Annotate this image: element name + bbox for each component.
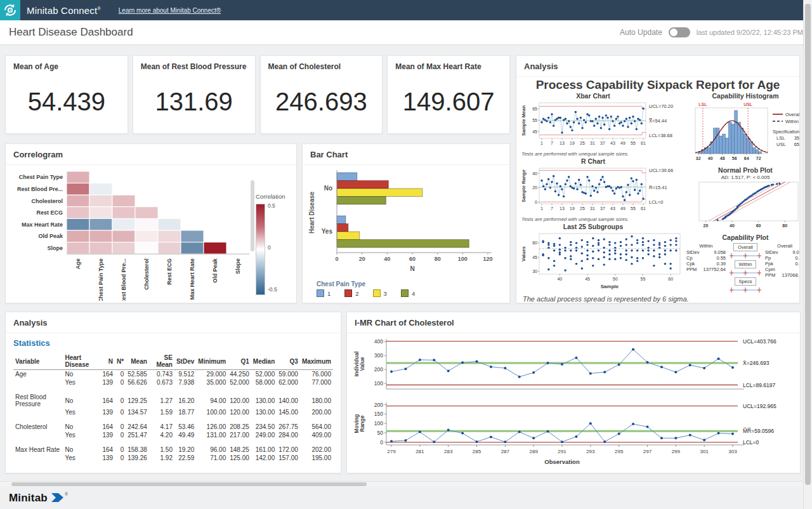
kpi-card-mean-cholesterol: Mean of Cholesterol 246.693 (260, 55, 383, 134)
svg-text:13: 13 (560, 206, 565, 211)
svg-text:200: 200 (374, 366, 383, 373)
svg-text:80: 80 (435, 256, 441, 262)
svg-text:61: 61 (641, 141, 646, 145)
svg-text:283: 283 (444, 449, 453, 454)
svg-text:45: 45 (532, 255, 537, 260)
kpi-value: 246.693 (268, 88, 375, 116)
correlogram-scrollbar[interactable] (251, 180, 254, 251)
svg-text:LCL=0: LCL=0 (743, 439, 759, 446)
minitab-footer-logo: Minitab (9, 492, 48, 505)
kpi-value: 149.607 (395, 88, 502, 116)
svg-text:65: 65 (794, 142, 799, 147)
table-row: Rest Blood PressureNo1640129.251.2716.20… (13, 387, 333, 408)
svg-text:UCL=39.66: UCL=39.66 (649, 168, 673, 173)
capability-plot-title: Capability Plot (686, 234, 800, 242)
h-scroll-thumb[interactable] (11, 482, 367, 486)
xbar-note: Tests are performed with unequal sample … (520, 151, 686, 157)
svg-text:31: 31 (590, 141, 595, 145)
table-row: Yes1390139.261.9222.5971.00125.00142.001… (13, 454, 333, 462)
auto-update-toggle[interactable] (669, 27, 690, 37)
capability-plot: WithinStDev9.058Cp0.55Cpk0.39PPM137752.6… (686, 243, 800, 294)
svg-text:LCL=89.6197: LCL=89.6197 (743, 382, 776, 388)
svg-text:M̅R̅=59.0596: M̅R̅=59.0596 (743, 428, 774, 434)
svg-text:Heart Disease: Heart Disease (308, 191, 315, 234)
v-scroll-thumb[interactable] (805, 4, 811, 485)
svg-text:20: 20 (359, 256, 365, 262)
svg-text:40: 40 (532, 171, 537, 176)
vertical-scrollbar[interactable] (803, 0, 812, 509)
svg-text:0: 0 (535, 200, 537, 204)
svg-text:UCL=403.766: UCL=403.766 (743, 338, 776, 345)
svg-text:Slope: Slope (47, 245, 63, 251)
individual-value-chart: 100200300400IndividualValueUCL=403.766X̄… (351, 336, 795, 397)
svg-text:285: 285 (473, 449, 481, 454)
colorbar-gradient (256, 204, 265, 295)
svg-text:100: 100 (458, 256, 468, 262)
sixpack-title: Process Capability Sixpack Report for Ag… (520, 78, 796, 92)
footer-reg-mark: ® (65, 492, 68, 496)
statistics-subtitle: Statistics (13, 338, 333, 348)
normal-prob-plot-subtitle: AD: 1.517, P: < 0.005 (686, 175, 800, 180)
sixpack-analysis-panel: Analysis Process Capability Sixpack Repo… (516, 55, 800, 303)
svg-text:LSL: LSL (776, 135, 785, 141)
kpi-card-mean-rest-bp: Mean of Rest Blood Pressure 131.69 (133, 55, 256, 134)
toggle-knob (670, 29, 678, 36)
table-row: Yes1390134.571.5918.77100.00120.00130.00… (13, 408, 333, 416)
r-note: Tests are performed with unequal sample … (520, 216, 686, 223)
svg-text:150: 150 (374, 411, 383, 417)
svg-text:100: 100 (374, 380, 383, 387)
svg-text:295: 295 (615, 449, 624, 454)
svg-text:Cholesterol: Cholesterol (31, 198, 63, 204)
learn-more-link[interactable]: Learn more about Minitab Connect® (119, 7, 221, 14)
table-row: Yes139056.6260.6737.93835.00052.00058.00… (13, 378, 333, 387)
svg-text:200: 200 (374, 402, 383, 408)
svg-text:48: 48 (720, 156, 725, 161)
svg-text:UCL=70.20: UCL=70.20 (649, 103, 673, 109)
svg-text:Sample Range: Sample Range (521, 169, 527, 202)
panel-title: Bar Chart (303, 144, 509, 165)
auto-update-label: Auto Update (620, 28, 662, 37)
normal-prob-plot-title: Normal Prob Plot (686, 166, 800, 175)
correlogram-heatmap: Chest Pain TypeRest Blood Pre...Choleste… (8, 166, 251, 301)
svg-text:35: 35 (794, 135, 799, 141)
svg-text:USL: USL (743, 102, 753, 107)
svg-text:297: 297 (643, 449, 652, 454)
footer: Minitab ® (0, 487, 812, 505)
svg-text:55: 55 (631, 206, 636, 211)
r-chart-title: R Chart (520, 157, 666, 166)
legend-title: Chest Pain Type (317, 281, 504, 288)
panel-title: Analysis (516, 56, 799, 77)
svg-text:49: 49 (620, 141, 625, 145)
svg-text:64: 64 (744, 156, 749, 161)
table-row: CholesterolNo1640242.644.1753.46126.0020… (13, 416, 333, 431)
kpi-value: 54.439 (13, 88, 120, 116)
kpi-label: Mean of Cholesterol (268, 62, 375, 71)
kpi-label: Mean of Max Heart Rate (395, 62, 502, 71)
svg-text:USL: USL (776, 142, 786, 147)
normal-prob-plot: 20406080 (686, 180, 800, 231)
svg-text:60: 60 (532, 241, 537, 245)
svg-text:Observation: Observation (544, 458, 580, 465)
svg-text:20: 20 (532, 185, 537, 190)
svg-text:55: 55 (631, 141, 636, 145)
horizontal-scrollbar[interactable] (0, 481, 812, 487)
svg-text:Rest ECG: Rest ECG (166, 258, 173, 285)
svg-text:40: 40 (557, 277, 562, 281)
svg-text:55: 55 (532, 118, 537, 122)
statistics-analysis-panel: Analysis Statistics VariableHeart Diseas… (5, 312, 341, 473)
svg-text:N: N (410, 265, 414, 272)
svg-text:56: 56 (732, 156, 737, 161)
svg-text:Old Peak: Old Peak (212, 258, 218, 283)
correlogram-panel: Correlogram Chest Pain TypeRest Blood Pr… (5, 143, 297, 303)
svg-text:Sample Mean: Sample Mean (521, 105, 527, 136)
panel-title: I-MR Chart of Cholesterol (347, 312, 800, 333)
svg-text:UCL=192.965: UCL=192.965 (743, 403, 776, 409)
colorbar-title: Correlation (256, 193, 292, 200)
r-chart: 0204017131925313743495561Sample RangeUCL… (520, 166, 686, 214)
xbar-chart-title: Xbar Chart (520, 92, 666, 100)
svg-text:LCL=0: LCL=0 (649, 199, 663, 205)
svg-text:72: 72 (756, 156, 761, 161)
panel-title: Correlogram (6, 144, 296, 165)
svg-text:Values: Values (521, 246, 527, 261)
page-title: Heart Disease Dashboard (9, 26, 620, 39)
